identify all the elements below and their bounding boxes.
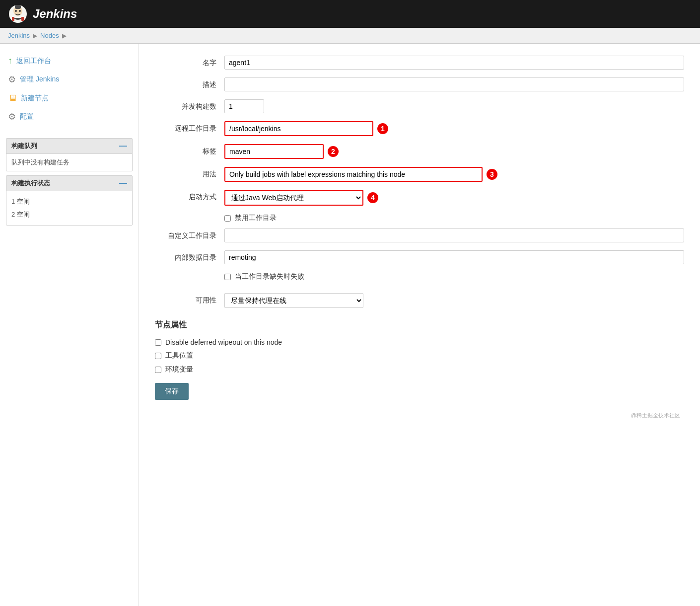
build-queue-empty: 队列中没有构建任务 [11,158,70,166]
form-row-name: 名字 [155,56,684,70]
build-executor-title: 构建执行状态 [11,179,50,188]
build-executor-header: 构建执行状态 — [6,176,132,191]
usage-control-wrap: 3 [224,167,684,182]
executor-2-status: 空闲 [17,211,30,218]
jenkins-logo-icon [8,4,28,24]
form-row-launch: 启动方式 通过Java Web启动代理 4 [155,190,684,206]
internal-dir-control-wrap [224,250,684,264]
env-vars-checkbox[interactable] [155,367,161,373]
label-description: 描述 [155,77,224,89]
build-executor-body: 1 空闲 2 空闲 [6,191,132,225]
breadcrumb-sep-1: ▶ [33,32,37,39]
form-row-usage: 用法 3 [155,167,684,182]
internal-dir-input[interactable] [224,250,684,264]
breadcrumb-sep-2: ▶ [62,32,67,39]
remote-dir-control-wrap: 1 [224,121,684,136]
sidebar-link-configure[interactable]: 配置 [20,112,34,121]
sidebar: ↑ 返回工作台 ⚙ 管理 Jenkins 🖥 新建节点 ⚙ 配置 构建队列 — [0,44,139,606]
sidebar-nav: ↑ 返回工作台 ⚙ 管理 Jenkins 🖥 新建节点 ⚙ 配置 [0,52,139,134]
name-input[interactable] [224,56,684,70]
sidebar-item-configure[interactable]: ⚙ 配置 [0,107,139,126]
fail-missing-checkbox[interactable] [224,274,231,280]
gear-icon: ⚙ [8,74,16,85]
build-queue-body: 队列中没有构建任务 [6,154,132,171]
checkbox-row-disable-workdir: 禁用工作目录 [155,214,684,223]
svg-rect-5 [12,17,14,21]
build-queue-title: 构建队列 [11,142,37,151]
concurrent-input[interactable] [224,99,264,113]
svg-rect-4 [15,5,21,9]
executor-1-status: 空闲 [17,198,30,205]
build-executor-item-2: 2 空闲 [11,208,127,221]
main-layout: ↑ 返回工作台 ⚙ 管理 Jenkins 🖥 新建节点 ⚙ 配置 构建队列 — [0,44,700,606]
header: Jenkins [0,0,700,28]
annotation-3: 3 [487,169,497,180]
form-row-availability: 可用性 尽量保持代理在线 [155,293,684,308]
description-control-wrap [224,77,684,91]
sidebar-link-back[interactable]: 返回工作台 [16,57,51,66]
build-queue-section: 构建队列 — 队列中没有构建任务 [6,138,133,171]
build-queue-minimize[interactable]: — [119,142,127,150]
svg-point-2 [15,10,17,12]
custom-dir-input[interactable] [224,228,684,242]
annotation-4: 4 [367,192,378,203]
node-properties-section: 节点属性 Disable deferred wipeout on this no… [155,320,684,400]
tool-location-checkbox[interactable] [155,353,161,359]
breadcrumb-nodes[interactable]: Nodes [40,32,59,39]
availability-select[interactable]: 尽量保持代理在线 [224,293,363,308]
form-row-concurrent: 并发构建数 [155,99,684,113]
label-internal-dir: 内部数据目录 [155,250,224,262]
disable-wipeout-label: Disable deferred wipeout on this node [165,338,282,346]
label-launch: 启动方式 [155,190,224,202]
remote-dir-input[interactable] [224,121,373,136]
node-prop-disable-wipeout: Disable deferred wipeout on this node [155,338,684,346]
content-area: 名字 描述 并发构建数 远程工作目录 1 [139,44,700,606]
annotation-2: 2 [328,146,339,157]
build-executor-section: 构建执行状态 — 1 空闲 2 空闲 [6,175,133,226]
build-executor-minimize[interactable]: — [119,179,127,187]
launch-select[interactable]: 通过Java Web启动代理 [224,190,363,206]
fail-missing-label: 当工作目录缺失时失败 [235,272,304,281]
label-usage: 用法 [155,167,224,179]
sidebar-link-manage[interactable]: 管理 Jenkins [20,75,59,84]
monitor-icon: 🖥 [8,93,17,103]
labels-control-wrap: 2 [224,144,684,159]
sidebar-item-manage[interactable]: ⚙ 管理 Jenkins [0,70,139,89]
build-queue-header: 构建队列 — [6,139,132,154]
sidebar-item-new-node[interactable]: 🖥 新建节点 [0,89,139,107]
node-properties-heading: 节点属性 [155,320,684,330]
gear2-icon: ⚙ [8,111,16,122]
form-row-internal-dir: 内部数据目录 [155,250,684,264]
save-button[interactable]: 保存 [155,383,189,400]
labels-input[interactable] [224,144,324,159]
disable-wipeout-checkbox[interactable] [155,339,161,346]
description-input[interactable] [224,77,684,91]
label-concurrent: 并发构建数 [155,99,224,111]
executor-2-num: 2 [11,211,17,218]
svg-point-3 [19,10,21,12]
sidebar-item-back[interactable]: ↑ 返回工作台 [0,52,139,70]
app-title: Jenkins [33,7,77,21]
sidebar-link-new-node[interactable]: 新建节点 [21,94,49,103]
label-name: 名字 [155,56,224,68]
node-prop-env-vars: 环境变量 [155,365,684,374]
availability-control-wrap: 尽量保持代理在线 [224,293,684,308]
annotation-1: 1 [377,123,388,134]
form-row-custom-dir: 自定义工作目录 [155,228,684,242]
label-custom-dir: 自定义工作目录 [155,228,224,240]
breadcrumb-jenkins[interactable]: Jenkins [8,32,30,39]
svg-rect-6 [21,17,24,21]
form-row-labels: 标签 2 [155,144,684,159]
env-vars-label: 环境变量 [165,365,193,374]
footer-watermark: @稀土掘金技术社区 [155,412,684,419]
node-prop-tool-location: 工具位置 [155,351,684,360]
disable-workdir-checkbox[interactable] [224,215,231,222]
form-row-description: 描述 [155,77,684,91]
watermark-text: @稀土掘金技术社区 [631,412,680,418]
form-row-remote-dir: 远程工作目录 1 [155,121,684,136]
concurrent-control-wrap [224,99,684,113]
label-labels: 标签 [155,144,224,156]
label-remote-dir: 远程工作目录 [155,121,224,133]
usage-input[interactable] [224,167,483,182]
tool-location-label: 工具位置 [165,351,193,360]
